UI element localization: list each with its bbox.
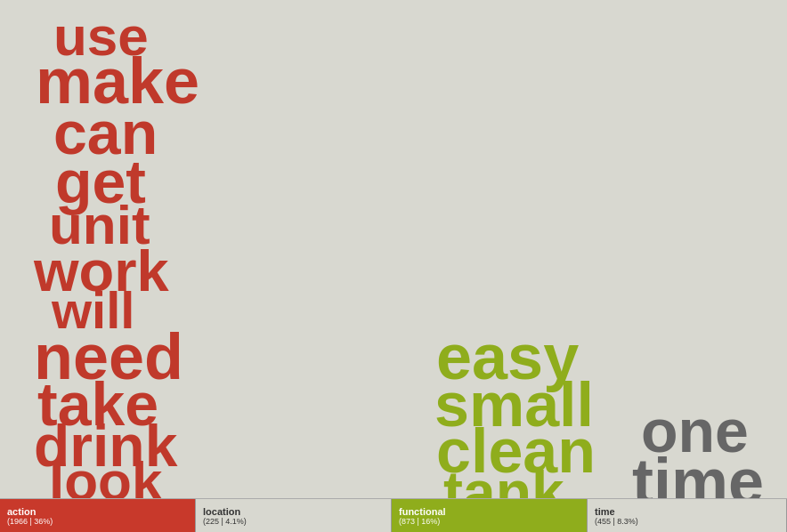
segment-functional: functional (873 | 16%)	[392, 499, 588, 532]
segment-time-title: time	[595, 506, 779, 517]
segment-location: location (225 | 4.1%)	[196, 499, 392, 532]
segment-action-sub: (1966 | 36%)	[7, 517, 188, 526]
bottom-bar: action (1966 | 36%) location (225 | 4.1%…	[0, 498, 787, 532]
segment-functional-sub: (873 | 16%)	[399, 517, 580, 526]
segment-location-title: location	[203, 506, 384, 517]
segment-time-sub: (455 | 8.3%)	[595, 517, 779, 526]
segment-action-title: action	[7, 506, 188, 517]
segment-time: time (455 | 8.3%)	[588, 499, 787, 532]
segment-action: action (1966 | 36%)	[0, 499, 196, 532]
word-cloud: usemakecangetunitworkwillneedtakedrinklo…	[0, 0, 787, 498]
segment-location-sub: (225 | 4.1%)	[203, 517, 384, 526]
segment-functional-title: functional	[399, 506, 580, 517]
